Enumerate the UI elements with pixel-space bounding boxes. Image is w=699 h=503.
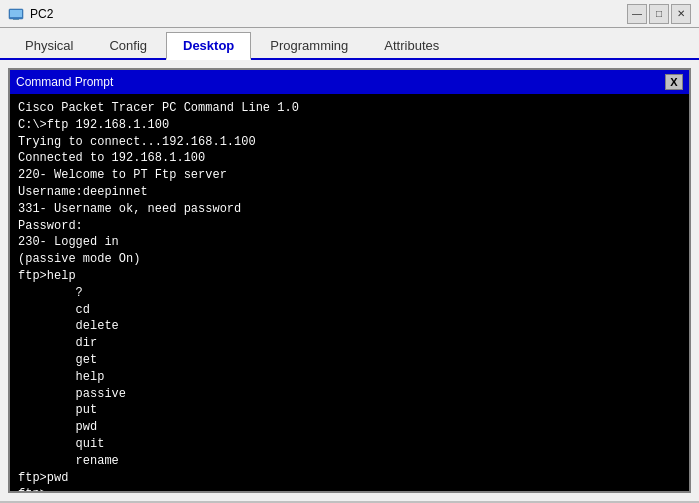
tab-config[interactable]: Config bbox=[92, 32, 164, 58]
tab-desktop[interactable]: Desktop bbox=[166, 32, 251, 60]
cmd-close-button[interactable]: X bbox=[665, 74, 683, 90]
tab-programming[interactable]: Programming bbox=[253, 32, 365, 58]
cmd-title: Command Prompt bbox=[16, 75, 113, 89]
tab-bar: Physical Config Desktop Programming Attr… bbox=[0, 28, 699, 60]
terminal-output[interactable]: Cisco Packet Tracer PC Command Line 1.0 … bbox=[10, 94, 689, 491]
window-controls: — □ ✕ bbox=[627, 4, 691, 24]
tab-physical[interactable]: Physical bbox=[8, 32, 90, 58]
tab-attributes[interactable]: Attributes bbox=[367, 32, 456, 58]
maximize-button[interactable]: □ bbox=[649, 4, 669, 24]
main-content: Command Prompt X Cisco Packet Tracer PC … bbox=[0, 60, 699, 501]
svg-rect-2 bbox=[13, 19, 19, 20]
svg-rect-1 bbox=[10, 10, 22, 17]
window-title: PC2 bbox=[30, 7, 627, 21]
app-icon bbox=[8, 6, 24, 22]
command-prompt-window: Command Prompt X Cisco Packet Tracer PC … bbox=[8, 68, 691, 493]
title-bar: PC2 — □ ✕ bbox=[0, 0, 699, 28]
cmd-titlebar: Command Prompt X bbox=[10, 70, 689, 94]
window-close-button[interactable]: ✕ bbox=[671, 4, 691, 24]
minimize-button[interactable]: — bbox=[627, 4, 647, 24]
